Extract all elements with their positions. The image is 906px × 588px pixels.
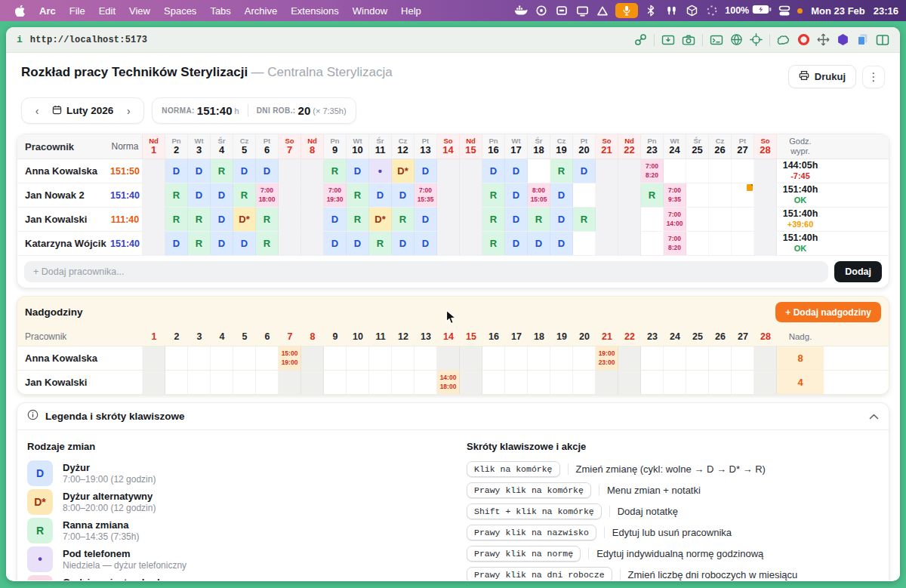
shift-cell-day-8[interactable] bbox=[301, 159, 324, 183]
collapse-legend-button[interactable] bbox=[869, 414, 879, 420]
overtime-cell-day-3[interactable] bbox=[188, 346, 211, 370]
overtime-cell-day-25[interactable] bbox=[686, 346, 709, 370]
shift-cell-day-23[interactable]: 7:008:20 bbox=[641, 159, 664, 183]
shift-cell-day-13[interactable]: D bbox=[414, 232, 437, 255]
cube-icon[interactable] bbox=[684, 3, 699, 18]
shift-cell-day-2[interactable]: R bbox=[165, 208, 188, 231]
print-button[interactable]: Drukuj bbox=[788, 65, 856, 88]
overtime-cell-day-2[interactable] bbox=[165, 346, 188, 370]
overtime-cell-day-8[interactable] bbox=[301, 371, 324, 394]
overtime-cell-day-4[interactable] bbox=[211, 371, 233, 394]
menubar-item-arc[interactable]: Arc bbox=[32, 5, 63, 17]
site-info-icon[interactable]: i bbox=[17, 34, 23, 45]
shift-cell-day-4[interactable]: D bbox=[211, 232, 233, 255]
shift-cell-day-14[interactable] bbox=[437, 183, 460, 207]
shift-cell-day-20[interactable] bbox=[573, 232, 596, 255]
shift-cell-day-12[interactable]: D bbox=[392, 232, 414, 255]
shift-cell-day-19[interactable]: R bbox=[550, 159, 573, 183]
shift-cell-day-24[interactable] bbox=[664, 159, 686, 183]
shift-cell-day-28[interactable] bbox=[754, 159, 777, 183]
shift-cell-day-8[interactable] bbox=[301, 208, 324, 231]
menubar-date[interactable]: Mon 23 Feb bbox=[808, 5, 865, 17]
shift-cell-day-6[interactable]: R bbox=[256, 208, 279, 231]
shift-cell-day-16[interactable]: D bbox=[482, 159, 505, 183]
shift-cell-day-5[interactable]: R bbox=[233, 183, 256, 207]
overtime-cell-day-28[interactable] bbox=[754, 346, 777, 370]
shift-cell-day-6[interactable]: D bbox=[256, 159, 279, 183]
overtime-cell-day-12[interactable] bbox=[392, 371, 414, 394]
shift-cell-day-16[interactable]: R bbox=[482, 232, 505, 255]
shift-cell-day-13[interactable]: 7:0015:35 bbox=[414, 183, 437, 207]
shift-cell-day-14[interactable] bbox=[437, 208, 460, 231]
terminal-icon[interactable] bbox=[710, 34, 723, 46]
overtime-cell-day-6[interactable] bbox=[256, 371, 279, 394]
shift-cell-day-4[interactable]: D bbox=[211, 208, 233, 231]
shift-cell-day-6[interactable]: 7:0018:00 bbox=[256, 183, 279, 207]
overtime-cell-day-11[interactable] bbox=[369, 346, 392, 370]
overtime-cell-day-15[interactable] bbox=[460, 346, 482, 370]
shift-cell-day-5[interactable]: D bbox=[233, 232, 256, 255]
shift-cell-day-7[interactable] bbox=[279, 183, 301, 207]
overtime-cell-day-20[interactable] bbox=[573, 346, 596, 370]
overtime-cell-day-19[interactable] bbox=[550, 371, 573, 394]
shift-cell-day-13[interactable]: D bbox=[414, 159, 437, 183]
shift-cell-day-25[interactable] bbox=[686, 183, 709, 207]
target-icon[interactable] bbox=[750, 33, 763, 46]
employee-norma[interactable]: 111:40 bbox=[108, 208, 143, 231]
menubar-item-view[interactable]: View bbox=[122, 5, 157, 17]
shift-cell-day-7[interactable] bbox=[279, 232, 301, 255]
shift-cell-day-12[interactable]: D bbox=[392, 183, 414, 207]
overtime-cell-day-18[interactable] bbox=[528, 371, 550, 394]
shift-cell-day-22[interactable] bbox=[618, 183, 641, 207]
shift-cell-day-11[interactable]: R bbox=[369, 232, 392, 255]
shift-cell-day-25[interactable] bbox=[686, 159, 709, 183]
link-icon[interactable] bbox=[634, 33, 647, 46]
shift-cell-day-1[interactable] bbox=[143, 208, 165, 231]
shift-cell-day-27[interactable] bbox=[732, 208, 754, 231]
overtime-cell-day-16[interactable] bbox=[482, 346, 505, 370]
shift-cell-day-1[interactable] bbox=[143, 232, 165, 255]
shift-cell-day-3[interactable]: D bbox=[188, 159, 211, 183]
globe-icon[interactable] bbox=[730, 33, 743, 46]
shift-cell-day-13[interactable]: D bbox=[414, 208, 437, 231]
shift-cell-day-15[interactable] bbox=[460, 232, 482, 255]
overtime-cell-day-24[interactable] bbox=[664, 346, 686, 370]
overtime-cell-day-5[interactable] bbox=[233, 371, 256, 394]
menubar-item-tabs[interactable]: Tabs bbox=[203, 5, 237, 17]
shift-cell-day-15[interactable] bbox=[460, 183, 482, 207]
employee-name[interactable]: Katarzyna Wójcik bbox=[17, 232, 108, 255]
record-icon[interactable] bbox=[534, 3, 549, 18]
bluetooth-icon[interactable] bbox=[643, 3, 658, 18]
shift-cell-day-19[interactable]: D bbox=[550, 232, 573, 255]
prev-month-button[interactable]: ‹ bbox=[28, 102, 46, 120]
overtime-cell-day-17[interactable] bbox=[505, 346, 528, 370]
shift-cell-day-6[interactable]: R bbox=[256, 232, 279, 255]
shift-cell-day-28[interactable] bbox=[754, 208, 777, 231]
shift-cell-day-3[interactable]: D bbox=[188, 183, 211, 207]
shift-cell-day-23[interactable] bbox=[641, 232, 664, 255]
overtime-cell-day-22[interactable] bbox=[618, 346, 641, 370]
menubar-item-spaces[interactable]: Spaces bbox=[157, 5, 203, 17]
menubar-item-window[interactable]: Window bbox=[346, 5, 394, 17]
overtime-cell-day-10[interactable] bbox=[347, 346, 369, 370]
menubar-item-edit[interactable]: Edit bbox=[92, 5, 122, 17]
devices-icon[interactable] bbox=[777, 3, 792, 18]
shift-cell-day-24[interactable]: 7:0014:00 bbox=[664, 208, 686, 231]
menubar-item-extensions[interactable]: Extensions bbox=[284, 5, 346, 17]
shift-cell-day-21[interactable] bbox=[596, 159, 618, 183]
menubar-item-help[interactable]: Help bbox=[394, 5, 428, 17]
shift-cell-day-10[interactable]: D bbox=[347, 232, 369, 255]
shift-cell-day-24[interactable]: 7:008:20 bbox=[664, 232, 686, 255]
shift-cell-day-2[interactable]: D bbox=[165, 159, 188, 183]
shift-cell-day-10[interactable]: D bbox=[347, 159, 369, 183]
shift-cell-day-12[interactable]: D* bbox=[392, 159, 414, 183]
camera-icon[interactable] bbox=[682, 34, 695, 46]
overtime-cell-day-15[interactable] bbox=[460, 371, 482, 394]
next-month-button[interactable]: › bbox=[119, 102, 137, 120]
shift-cell-day-20[interactable] bbox=[573, 183, 596, 207]
shift-cell-day-21[interactable] bbox=[596, 208, 618, 231]
adblock-icon[interactable] bbox=[797, 33, 810, 46]
shift-cell-day-7[interactable] bbox=[279, 208, 301, 231]
shift-cell-day-21[interactable] bbox=[596, 183, 618, 207]
overtime-cell-day-9[interactable] bbox=[324, 371, 347, 394]
